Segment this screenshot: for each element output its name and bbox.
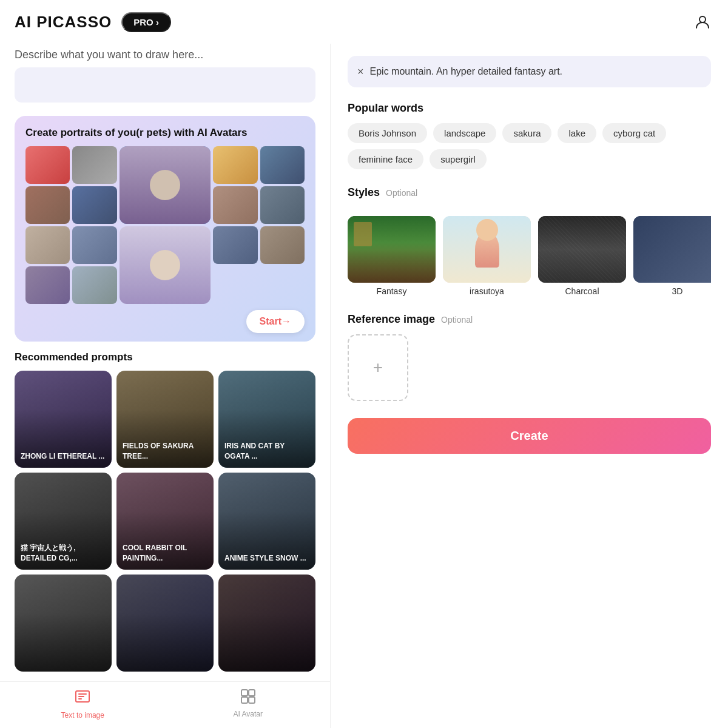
avatar-cell: [72, 146, 116, 184]
start-btn-row: Start→: [25, 304, 305, 342]
style-card-fantasy[interactable]: Fantasy: [348, 216, 436, 296]
avatar-cell: [72, 266, 116, 304]
prompt-grid: ZHONG LI ETHEREAL ... FIELDS OF SAKURA T…: [15, 371, 315, 570]
avatar-cell: [213, 226, 257, 264]
word-chip-1[interactable]: landscape: [433, 123, 496, 143]
style-card-3d[interactable]: 3D: [633, 216, 711, 296]
avatar-cell: [72, 226, 116, 264]
prompt-card[interactable]: ANIME STYLE SNOW ...: [218, 473, 315, 570]
style-name-3d: 3D: [633, 286, 711, 296]
search-bar: × Epic mountain. An hyper detailed fanta…: [348, 56, 711, 87]
styles-header: Styles Optional: [348, 186, 711, 207]
style-name-charcoal: Charcoal: [538, 286, 626, 296]
word-chip-0[interactable]: Boris Johnson: [348, 123, 427, 143]
prompt-label: 猫 宇宙人と戦う, DETAILED CG,...: [21, 543, 106, 564]
prompt-card[interactable]: ZHONG LI ETHEREAL ...: [15, 371, 112, 468]
style-card-irasutoya[interactable]: irasutoya: [443, 216, 531, 296]
user-icon[interactable]: [692, 11, 713, 33]
prompt-card[interactable]: [15, 575, 112, 672]
avatars-card: Create portraits of you(r pets) with AI …: [15, 116, 315, 342]
close-button[interactable]: ×: [357, 66, 364, 78]
ref-image-header: Reference image Optional: [348, 313, 711, 326]
search-text[interactable]: Epic mountain. An hyper detailed fantasy…: [370, 64, 701, 79]
prompt-card[interactable]: FIELDS OF SAKURA TREE...: [116, 371, 214, 468]
ref-optional: Optional: [441, 315, 473, 325]
avatar-cell-large: [120, 226, 211, 304]
ref-upload-button[interactable]: +: [348, 334, 408, 401]
styles-title: Styles: [348, 186, 380, 199]
prompt-label: FIELDS OF SAKURA TREE...: [123, 441, 207, 462]
text-to-image-icon: [74, 688, 91, 709]
right-panel: × Epic mountain. An hyper detailed fanta…: [331, 44, 728, 728]
avatar-cell: [25, 146, 70, 184]
prompt-card[interactable]: [116, 575, 214, 672]
prompt-label: ZHONG LI ETHEREAL ...: [21, 451, 104, 462]
avatar-cell: [260, 186, 305, 224]
word-chip-5[interactable]: feminine face: [348, 149, 423, 169]
svg-rect-6: [249, 690, 255, 696]
svg-rect-5: [241, 690, 248, 696]
prompt-label: COOL RABBIT OIL PAINTING...: [123, 543, 207, 564]
style-image-3d: [633, 216, 711, 283]
nav-text-to-image-label: Text to image: [61, 711, 104, 720]
word-chip-3[interactable]: lake: [558, 123, 596, 143]
word-chip-2[interactable]: sakura: [502, 123, 551, 143]
app-logo: AI PICASSO: [15, 13, 112, 32]
left-panel: Describe what you want to draw here... C…: [0, 44, 331, 681]
pro-button[interactable]: PRO ›: [121, 12, 171, 32]
ai-avatar-icon: [240, 688, 257, 707]
avatars-title: Create portraits of you(r pets) with AI …: [25, 127, 305, 139]
main-layout: Describe what you want to draw here... C…: [0, 44, 728, 728]
create-button[interactable]: Create: [348, 418, 711, 454]
svg-rect-7: [241, 697, 248, 703]
recommended-title: Recommended prompts: [15, 351, 315, 363]
start-button[interactable]: Start→: [246, 310, 305, 333]
avatar-cell: [25, 226, 70, 264]
bottom-nav: Text to image AI Avatar: [0, 681, 331, 728]
svg-point-0: [699, 16, 706, 22]
avatar-cell: [25, 266, 70, 304]
prompt-card[interactable]: [218, 575, 315, 672]
style-name-irasutoya: irasutoya: [443, 286, 531, 296]
describe-label: Describe what you want to draw here...: [15, 49, 315, 61]
styles-row: Fantasy irasutoya Char: [348, 216, 711, 296]
popular-words-title: Popular words: [348, 102, 711, 115]
prompt-label: ANIME STYLE SNOW ...: [224, 553, 306, 564]
avatar-cell: [25, 186, 70, 224]
header: AI PICASSO PRO ›: [0, 0, 728, 44]
avatar-cell: [260, 226, 305, 264]
word-chip-6[interactable]: supergirl: [430, 149, 487, 169]
svg-rect-8: [249, 697, 255, 703]
ref-image-title: Reference image: [348, 313, 435, 326]
style-card-charcoal[interactable]: Charcoal: [538, 216, 626, 296]
prompt-grid-extra: [15, 575, 315, 672]
prompt-card[interactable]: IRIS AND CAT BY OGATA ...: [218, 371, 315, 468]
prompt-card[interactable]: 猫 宇宙人と戦う, DETAILED CG,...: [15, 473, 112, 570]
nav-text-to-image[interactable]: Text to image: [0, 688, 166, 720]
avatar-cell: [72, 186, 116, 224]
popular-words-container: Boris Johnson landscape sakura lake cybo…: [348, 123, 711, 169]
avatar-grid: [25, 146, 305, 304]
prompt-label: IRIS AND CAT BY OGATA ...: [224, 441, 309, 462]
avatar-cell: [213, 146, 257, 184]
avatar-cell: [213, 186, 257, 224]
avatar-cell: [260, 146, 305, 184]
nav-ai-avatar-label: AI Avatar: [234, 710, 263, 718]
avatar-cell-large: [120, 146, 211, 224]
style-image-irasutoya: [443, 216, 531, 283]
style-image-fantasy: [348, 216, 436, 283]
add-icon: +: [373, 358, 383, 377]
word-chip-4[interactable]: cyborg cat: [602, 123, 666, 143]
style-image-charcoal: [538, 216, 626, 283]
style-name-fantasy: Fantasy: [348, 286, 436, 296]
prompt-card[interactable]: COOL RABBIT OIL PAINTING...: [116, 473, 214, 570]
describe-input[interactable]: [15, 67, 315, 103]
nav-ai-avatar[interactable]: AI Avatar: [166, 688, 331, 720]
styles-optional: Optional: [386, 188, 417, 198]
